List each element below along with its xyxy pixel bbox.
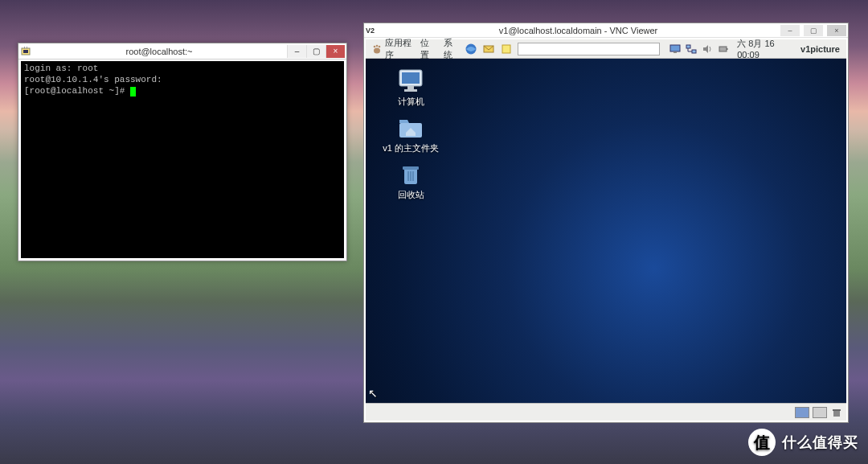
menu-places[interactable]: 位置 <box>419 37 437 61</box>
svg-rect-16 <box>727 48 728 50</box>
svg-rect-26 <box>412 171 414 181</box>
svg-rect-15 <box>719 47 727 51</box>
desktop-icon-label: 计算机 <box>382 96 440 108</box>
browser-launcher[interactable] <box>465 42 477 56</box>
svg-point-5 <box>374 45 376 47</box>
volume-tray-icon[interactable] <box>702 43 713 55</box>
folder-home-icon <box>396 115 425 141</box>
display-tray-icon[interactable] <box>669 43 681 55</box>
minimize-button[interactable]: – <box>287 45 306 58</box>
terminal[interactable]: login as: root root@10.10.1.4's password… <box>21 61 344 258</box>
svg-point-4 <box>374 47 380 53</box>
putty-title: root@localhost:~ <box>35 47 284 56</box>
panel-trash-icon[interactable] <box>830 406 843 419</box>
foot-icon <box>371 43 383 55</box>
user-menu[interactable]: v1picture <box>797 44 843 54</box>
terminal-line: root@10.10.1.4's password: <box>24 75 162 84</box>
computer-icon <box>396 68 425 94</box>
svg-rect-24 <box>407 171 409 181</box>
watermark: 值 什么值得买 <box>748 429 858 456</box>
email-launcher[interactable] <box>482 42 495 56</box>
menu-applications-label: 应用程序 <box>385 37 412 61</box>
svg-rect-13 <box>686 45 690 48</box>
menu-system-label: 系统 <box>444 37 459 61</box>
notes-launcher[interactable] <box>500 42 513 56</box>
gnome-top-panel: 应用程序 位置 系统 <box>366 39 846 59</box>
menu-system[interactable]: 系统 <box>442 37 461 61</box>
workspace-2[interactable] <box>813 407 827 418</box>
gnome-bottom-panel <box>366 403 846 421</box>
vnc-titlebar[interactable]: V2 v1@localhost.localdomain - VNC Viewer… <box>364 23 848 38</box>
minimize-button[interactable]: – <box>780 25 800 36</box>
svg-rect-18 <box>402 72 420 84</box>
maximize-button[interactable]: ▢ <box>804 25 823 36</box>
svg-rect-11 <box>670 45 680 51</box>
putty-titlebar[interactable]: root@localhost:~ – ▢ × <box>18 43 346 60</box>
putty-icon <box>20 46 31 57</box>
svg-point-7 <box>379 45 381 47</box>
terminal-line: [root@localhost ~]# <box>24 86 130 96</box>
svg-rect-10 <box>502 45 510 53</box>
remote-desktop[interactable]: 应用程序 位置 系统 <box>366 39 846 421</box>
svg-rect-12 <box>674 51 677 53</box>
svg-rect-20 <box>404 89 417 92</box>
desktop-icon-label: 回收站 <box>382 189 440 201</box>
terminal-line: login as: root <box>24 64 98 73</box>
vnc-window: V2 v1@localhost.localdomain - VNC Viewer… <box>363 23 849 423</box>
desktop-icon-label: v1 的主文件夹 <box>382 142 440 154</box>
putty-window: root@localhost:~ – ▢ × login as: root ro… <box>18 43 347 261</box>
svg-rect-2 <box>24 47 25 49</box>
maximize-button[interactable]: ▢ <box>306 45 326 58</box>
mouse-cursor-icon: ↖ <box>368 387 378 400</box>
watermark-badge: 值 <box>748 429 776 456</box>
svg-rect-25 <box>410 171 411 181</box>
vnc-title: v1@localhost.localdomain - VNC Viewer <box>380 26 776 35</box>
network-tray-icon[interactable] <box>686 43 697 55</box>
close-button[interactable]: × <box>326 45 345 58</box>
svg-rect-3 <box>27 47 27 49</box>
trash-icon <box>396 162 425 187</box>
svg-point-6 <box>376 44 379 47</box>
menu-places-label: 位置 <box>420 37 436 61</box>
svg-rect-28 <box>833 409 841 411</box>
svg-rect-23 <box>403 166 419 170</box>
svg-rect-27 <box>833 410 840 417</box>
workspace-1[interactable] <box>795 407 809 418</box>
svg-rect-1 <box>23 50 28 53</box>
vnc-app-icon: V2 <box>366 27 377 35</box>
menu-applications[interactable]: 应用程序 <box>369 37 414 61</box>
battery-tray-icon[interactable] <box>718 43 729 55</box>
clock[interactable]: 六 8月 16 00:09 <box>734 38 792 60</box>
watermark-text: 什么值得买 <box>782 433 858 452</box>
desktop-icon-trash[interactable]: 回收站 <box>382 162 440 201</box>
cursor-block <box>130 87 136 96</box>
svg-rect-19 <box>407 86 414 89</box>
url-field[interactable] <box>518 43 660 55</box>
svg-rect-14 <box>692 50 696 53</box>
desktop-icon-home[interactable]: v1 的主文件夹 <box>382 115 440 154</box>
desktop-icon-computer[interactable]: 计算机 <box>382 68 440 108</box>
close-button[interactable]: × <box>827 25 846 36</box>
